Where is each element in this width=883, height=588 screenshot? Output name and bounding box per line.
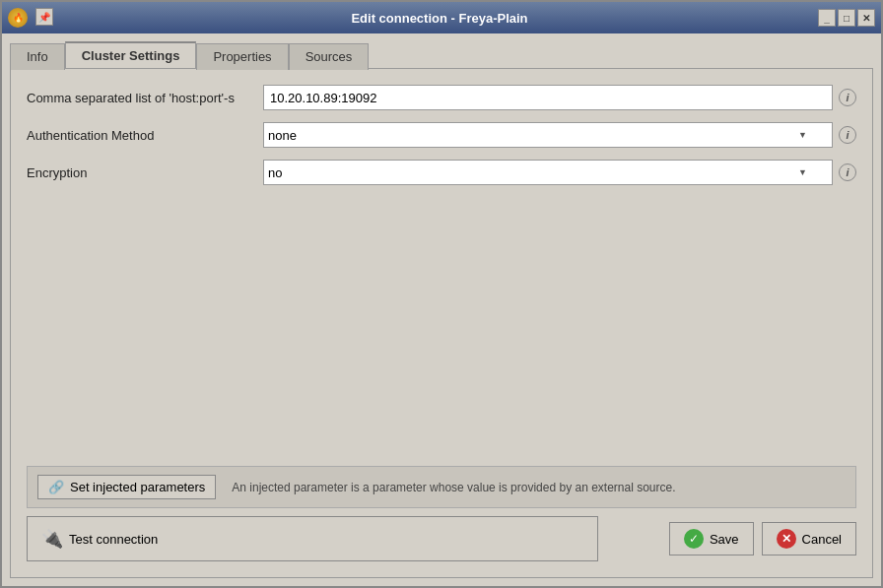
content-area: Info Cluster Settings Properties Sources… xyxy=(2,33,881,586)
encryption-select[interactable]: no yes xyxy=(263,160,833,185)
test-connection-icon: 🔌 xyxy=(41,528,63,550)
set-injected-button[interactable]: 🔗 Set injected parameters xyxy=(37,475,216,499)
tab-bar: Info Cluster Settings Properties Sources xyxy=(10,41,873,68)
minimize-button[interactable]: _ xyxy=(818,9,836,27)
action-bar: 🔌 Test connection ✓ Save ✕ Cancel xyxy=(27,516,856,561)
bottom-section: 🔗 Set injected parameters An injected pa… xyxy=(27,466,856,561)
window-title: Edit connection - Freya-Plain xyxy=(61,11,818,26)
injected-bar: 🔗 Set injected parameters An injected pa… xyxy=(27,466,856,508)
encryption-select-wrapper: no yes xyxy=(263,160,833,185)
form-area: Comma separated list of 'host:port'-s i … xyxy=(27,85,856,458)
main-panel: Comma separated list of 'host:port'-s i … xyxy=(10,68,873,578)
tab-cluster-settings[interactable]: Cluster Settings xyxy=(65,41,197,68)
main-window: 🔥 📌 Edit connection - Freya-Plain _ □ ✕ … xyxy=(0,0,883,588)
link-icon: 🔗 xyxy=(48,480,64,494)
maximize-button[interactable]: □ xyxy=(838,9,855,27)
save-button[interactable]: ✓ Save xyxy=(669,522,754,555)
close-button[interactable]: ✕ xyxy=(857,9,875,27)
encryption-row: Encryption no yes i xyxy=(27,160,856,185)
test-connection-button[interactable]: 🔌 Test connection xyxy=(27,516,598,561)
cancel-x-icon: ✕ xyxy=(777,529,796,549)
host-row: Comma separated list of 'host:port'-s i xyxy=(27,85,856,110)
encryption-info-icon[interactable]: i xyxy=(839,163,856,181)
injected-info-text: An injected parameter is a parameter who… xyxy=(232,481,675,494)
auth-method-label: Authentication Method xyxy=(27,128,263,143)
encryption-label: Encryption xyxy=(27,165,263,180)
cancel-button[interactable]: ✕ Cancel xyxy=(762,522,856,555)
titlebar-app-icons: 🔥 📌 xyxy=(8,8,53,28)
host-label: Comma separated list of 'host:port'-s xyxy=(27,91,263,105)
auth-method-info-icon[interactable]: i xyxy=(839,126,856,144)
action-right: ✓ Save ✕ Cancel xyxy=(669,522,856,555)
save-check-icon: ✓ xyxy=(684,529,704,549)
window-controls: _ □ ✕ xyxy=(818,9,875,27)
auth-method-select-wrapper: none SASL/PLAIN SASL/SCRAM-256 SASL/SCRA… xyxy=(263,122,833,148)
auth-method-select[interactable]: none SASL/PLAIN SASL/SCRAM-256 SASL/SCRA… xyxy=(263,122,833,148)
tab-info[interactable]: Info xyxy=(10,43,65,70)
pin-button[interactable]: 📌 xyxy=(35,8,53,26)
host-input[interactable] xyxy=(263,85,833,110)
tab-sources[interactable]: Sources xyxy=(289,43,370,70)
app-icon: 🔥 xyxy=(8,8,28,28)
auth-method-row: Authentication Method none SASL/PLAIN SA… xyxy=(27,122,856,148)
tab-properties[interactable]: Properties xyxy=(196,43,288,70)
titlebar: 🔥 📌 Edit connection - Freya-Plain _ □ ✕ xyxy=(2,2,881,33)
host-info-icon[interactable]: i xyxy=(839,89,856,106)
